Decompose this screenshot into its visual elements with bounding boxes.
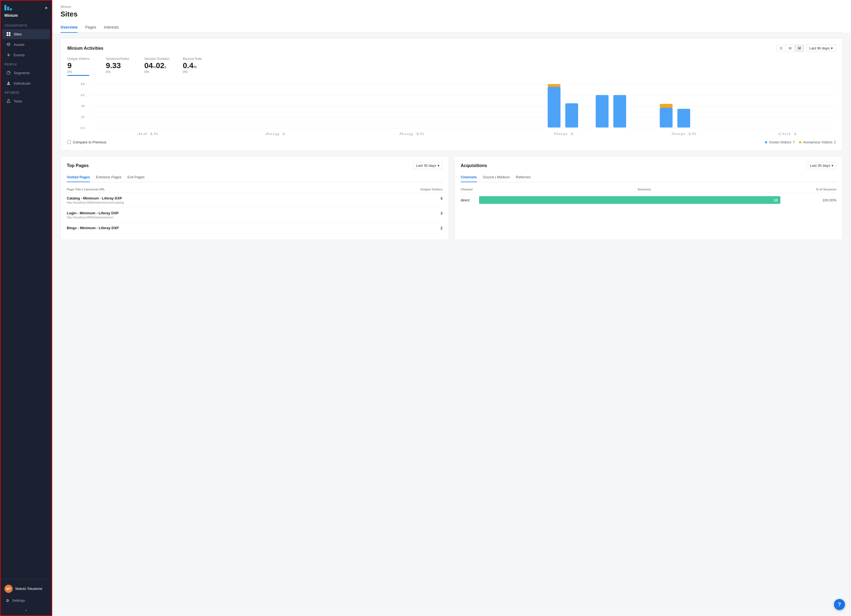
help-button[interactable]: ? bbox=[834, 599, 845, 610]
sub-tab-entrance-pages[interactable]: Entrance Pages bbox=[96, 173, 122, 182]
legend-anonymous: Anonymous Visitors: 2 bbox=[799, 140, 836, 144]
sub-tab-exit-pages[interactable]: Exit Pages bbox=[128, 173, 144, 182]
legend: Known Visitors: 7 Anonymous Visitors: 2 bbox=[765, 140, 836, 144]
acq-tab-channels[interactable]: Channels bbox=[461, 173, 477, 182]
period-label: Last 90 days bbox=[809, 46, 830, 50]
main-content: Minium Sites Overview Pages Interests Mi… bbox=[52, 0, 851, 616]
time-btn-group: D W M bbox=[776, 45, 804, 52]
tab-pages[interactable]: Pages bbox=[85, 23, 96, 33]
acq-row-direct: direct 12 100.00% bbox=[461, 193, 836, 207]
settings-item[interactable]: Settings bbox=[0, 596, 52, 605]
logo-area: ▶ bbox=[0, 0, 52, 13]
acquisitions-period[interactable]: Last 30 days ▾ bbox=[807, 162, 836, 169]
layers-icon bbox=[6, 42, 11, 47]
bar-sep15a-orange bbox=[660, 104, 673, 108]
main-body: Minium Activities D W M Last 90 days ▾ bbox=[52, 33, 851, 616]
sub-tab-visited-pages[interactable]: Visited Pages bbox=[67, 173, 90, 182]
page-title-row1: Catalog - Minimum - Liferay DXP bbox=[67, 196, 124, 200]
top-pages-title: Top Pages bbox=[67, 163, 89, 168]
section-label-touchpoints: TOUCHPOINTS bbox=[0, 21, 52, 29]
sidebar-item-label-segments: Segments bbox=[14, 71, 30, 75]
activity-card: Minium Activities D W M Last 90 days ▾ bbox=[60, 38, 843, 150]
metric-value-session-duration: 04m02s bbox=[144, 62, 172, 69]
svg-text:Aug 1: Aug 1 bbox=[265, 132, 286, 135]
bar-sep1-orange bbox=[548, 84, 561, 87]
compare-label: Compare to Previous bbox=[73, 140, 107, 144]
top-pages-card: Top Pages Last 30 days ▾ Visited Pages E… bbox=[60, 156, 449, 240]
activity-card-title: Minium Activities bbox=[67, 46, 103, 51]
logo-bar-1 bbox=[5, 5, 6, 11]
svg-text:2: 2 bbox=[81, 116, 85, 119]
legend-known: Known Visitors: 7 bbox=[765, 140, 795, 144]
svg-text:0: 0 bbox=[81, 127, 85, 130]
anonymous-visitors-label: Anonymous Visitors: 2 bbox=[803, 140, 836, 144]
sidebar-item-individuals[interactable]: Individuals bbox=[2, 78, 50, 88]
sidebar-item-events[interactable]: Events bbox=[2, 50, 50, 60]
period-dropdown[interactable]: Last 90 days ▾ bbox=[806, 45, 836, 52]
user-name: Makoto Tokudome bbox=[15, 587, 42, 591]
bottom-row: Top Pages Last 30 days ▾ Visited Pages E… bbox=[60, 156, 843, 240]
metric-label-unique-visitors: Unique Visitors bbox=[67, 57, 95, 61]
col-pct-sessions: % of Sessions bbox=[816, 188, 836, 191]
acq-tab-source-medium[interactable]: Source | Medium bbox=[483, 173, 510, 182]
acq-channel-direct: direct bbox=[461, 198, 476, 202]
user-profile[interactable]: MT Makoto Tokudome bbox=[0, 582, 52, 596]
time-controls: D W M Last 90 days ▾ bbox=[776, 45, 836, 52]
svg-text:8: 8 bbox=[81, 83, 85, 86]
acq-pct-direct: 100.00% bbox=[817, 198, 836, 202]
top-pages-period[interactable]: Last 30 days ▾ bbox=[413, 162, 442, 169]
bar-sep8-blue bbox=[595, 95, 609, 128]
top-pages-header: Top Pages Last 30 days ▾ bbox=[67, 162, 442, 169]
table-row: Catalog - Minimum - Liferay DXP http://l… bbox=[67, 193, 442, 208]
metric-label-sessions-visitor: Sessions/Visitor bbox=[106, 57, 133, 61]
collapse-button[interactable]: ‹ bbox=[0, 605, 52, 616]
grid-icon bbox=[6, 32, 11, 36]
sidebar-bottom: MT Makoto Tokudome Settings ‹ bbox=[0, 579, 52, 616]
compare-checkbox[interactable] bbox=[67, 140, 71, 144]
svg-text:Sep 1: Sep 1 bbox=[553, 132, 574, 135]
top-pages-table-header: Page Title | Canonical URL Unique Visito… bbox=[67, 186, 442, 193]
bar-sep15a-blue bbox=[660, 108, 673, 128]
metric-session-duration: Session Duration 04m02s 0% bbox=[144, 57, 172, 76]
lightning-icon bbox=[6, 53, 11, 57]
svg-point-7 bbox=[8, 82, 9, 83]
compare-to-previous[interactable]: Compare to Previous bbox=[67, 140, 107, 144]
flask-icon bbox=[6, 99, 11, 104]
sidebar-item-tests[interactable]: Tests bbox=[2, 96, 50, 106]
chevron-down-icon: ▾ bbox=[831, 46, 833, 50]
time-btn-d[interactable]: D bbox=[777, 45, 786, 52]
acquisitions-period-label: Last 30 days bbox=[810, 164, 830, 168]
chart-footer: Compare to Previous Known Visitors: 7 An… bbox=[67, 140, 836, 144]
metric-pct-unique-visitors: 0% bbox=[67, 70, 95, 74]
acq-tab-referrers[interactable]: Referrers bbox=[516, 173, 531, 182]
sidebar-item-label-sites: Sites bbox=[14, 32, 22, 36]
pie-icon bbox=[6, 70, 11, 75]
acquisitions-sub-tabs: Channels Source | Medium Referrers bbox=[461, 173, 836, 182]
col-unique-visitors: Unique Visitors bbox=[421, 188, 442, 191]
svg-text:Oct 1: Oct 1 bbox=[778, 132, 797, 135]
sidebar: ▶ Minium TOUCHPOINTS Sites Assets Events… bbox=[0, 0, 52, 616]
sidebar-item-segments[interactable]: Segments bbox=[2, 68, 50, 78]
page-info: Blogs - Minimum - Liferay DXP bbox=[67, 226, 119, 230]
sidebar-item-assets[interactable]: Assets bbox=[2, 39, 50, 50]
acq-table-header: Channel Sessions % of Sessions bbox=[461, 186, 836, 193]
svg-text:Sep 15: Sep 15 bbox=[671, 132, 696, 135]
metric-label-session-duration: Session Duration bbox=[144, 57, 172, 61]
time-btn-m[interactable]: M bbox=[795, 45, 804, 52]
logo-icon bbox=[5, 5, 12, 11]
anonymous-visitors-dot bbox=[799, 141, 801, 143]
bar-sep1-blue bbox=[548, 87, 561, 128]
metric-label-bounce-rate: Bounce Rate bbox=[183, 57, 210, 61]
metric-value-sessions-visitor: 9.33 bbox=[106, 62, 133, 69]
svg-rect-0 bbox=[7, 32, 8, 34]
col-page-title: Page Title | Canonical URL bbox=[67, 188, 105, 191]
acquisitions-title: Acquisitions bbox=[461, 163, 487, 168]
tab-overview[interactable]: Overview bbox=[60, 23, 78, 33]
sidebar-item-sites[interactable]: Sites bbox=[2, 29, 50, 39]
known-visitors-dot bbox=[765, 141, 767, 143]
sidebar-expand-icon[interactable]: ▶ bbox=[45, 6, 48, 10]
tab-interests[interactable]: Interests bbox=[104, 23, 119, 33]
time-btn-w[interactable]: W bbox=[786, 45, 795, 52]
bar-sep1b-blue bbox=[565, 103, 578, 128]
table-row: Blogs - Minimum - Liferay DXP 2 bbox=[67, 222, 442, 234]
